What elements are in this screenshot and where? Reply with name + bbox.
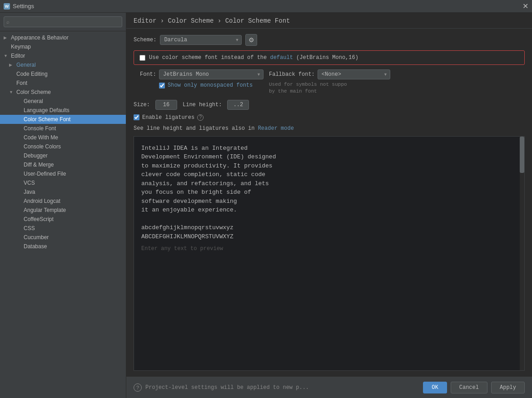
reader-mode-row: See line height and ligatures also in Re… — [134, 125, 525, 132]
size-input[interactable] — [155, 100, 177, 110]
font-select[interactable]: JetBrains Mono Consolas Courier New Mona… — [159, 69, 264, 79]
ligatures-row: Enable ligatures ? — [134, 114, 525, 121]
apply-button[interactable]: Apply — [491, 382, 525, 393]
help-button[interactable]: ? — [134, 383, 142, 392]
sidebar-item-database[interactable]: Database — [0, 242, 126, 251]
scheme-row: Scheme: Darcula Default High contrast ⚙ — [134, 34, 525, 46]
preview-text: IntelliJ IDEA is an Integrated Developme… — [141, 144, 517, 241]
show-mono-checkbox[interactable] — [159, 83, 165, 88]
breadcrumb: Editor › Color Scheme › Color Scheme Fon… — [134, 17, 290, 25]
status-text: Project-level settings will be applied t… — [145, 384, 309, 391]
cancel-button[interactable]: Cancel — [451, 382, 487, 393]
use-scheme-font-checkbox[interactable] — [139, 55, 145, 61]
sidebar-item-coffeescript[interactable]: CoffeeScript — [0, 215, 126, 224]
font-label: Font: — [134, 71, 156, 78]
sidebar-item-appearance[interactable]: ▶ Appearance & Behavior — [0, 33, 126, 42]
bottom-bar: ? Project-level settings will be applied… — [126, 376, 532, 398]
sidebar-item-code-editing[interactable]: Code Editing — [0, 69, 126, 79]
scheme-label: Scheme: — [134, 37, 156, 43]
show-mono-label: Show only monospaced fonts — [168, 82, 253, 88]
sidebar-item-java[interactable]: Java — [0, 187, 126, 197]
sidebar-item-editor[interactable]: ▼ Editor — [0, 51, 126, 60]
preview-hint: Enter any text to preview — [141, 245, 517, 253]
app-icon: W — [4, 3, 10, 10]
close-icon[interactable]: ✕ — [522, 3, 528, 10]
sidebar-item-css[interactable]: CSS — [0, 224, 126, 233]
size-row: Size: Line height: — [134, 100, 525, 110]
line-height-input[interactable] — [227, 100, 249, 110]
content-area: Editor › Color Scheme › Color Scheme Fon… — [126, 13, 532, 398]
preview-scrollbar-thumb — [520, 137, 524, 173]
sidebar-item-cs-general[interactable]: General — [0, 97, 126, 106]
sidebar-item-android-logcat[interactable]: Android Logcat — [0, 197, 126, 206]
window-title: Settings — [13, 3, 34, 10]
sidebar-item-console-font[interactable]: Console Font — [0, 124, 126, 133]
help-icon[interactable]: ? — [197, 114, 204, 121]
line-height-label: Line height: — [183, 102, 222, 108]
scheme-select[interactable]: Darcula Default High contrast — [160, 35, 242, 45]
preview-area[interactable]: IntelliJ IDEA is an Integrated Developme… — [134, 136, 525, 371]
gear-button[interactable]: ⚙ — [245, 34, 257, 46]
sidebar-item-lang-defaults[interactable]: Language Defaults — [0, 106, 126, 115]
sidebar-item-debugger[interactable]: Debugger — [0, 151, 126, 160]
title-bar: W Settings ✕ — [0, 0, 532, 13]
sidebar-item-color-scheme[interactable]: ▼ Color Scheme — [0, 88, 126, 97]
size-label: Size: — [134, 102, 150, 108]
sidebar-item-console-colors[interactable]: Console Colors — [0, 142, 126, 151]
fallback-label: Fallback font: — [269, 71, 315, 78]
sidebar-item-general[interactable]: ▶ General — [0, 60, 126, 69]
sidebar-item-cucumber[interactable]: Cucumber — [0, 233, 126, 242]
sidebar-item-user-defined[interactable]: User-Defined File — [0, 169, 126, 178]
show-mono-row: Show only monospaced fonts — [134, 82, 264, 88]
sidebar-item-font[interactable]: Font — [0, 79, 126, 88]
ok-button[interactable]: OK — [423, 382, 447, 393]
sidebar-item-vcs[interactable]: VCS — [0, 178, 126, 187]
sidebar-item-code-with-me[interactable]: Code With Me — [0, 133, 126, 142]
use-scheme-font-label: Use color scheme font instead of the def… — [149, 54, 358, 61]
font-row: Font: JetBrains Mono Consolas Courier Ne… — [134, 69, 525, 95]
content-header: Editor › Color Scheme › Color Scheme Fon… — [126, 13, 532, 29]
sidebar-item-cs-font[interactable]: Color Scheme Font — [0, 115, 126, 124]
sidebar-item-keymap[interactable]: Keymap — [0, 42, 126, 51]
enable-ligatures-checkbox[interactable] — [134, 114, 139, 120]
fallback-section: Fallback font: <None> Arial Helvetica Us… — [269, 69, 390, 95]
sidebar: ⌕ ▶ Appearance & Behavior Keymap ▼ Edito… — [0, 13, 126, 398]
search-icon: ⌕ — [6, 19, 10, 25]
preview-scrollbar[interactable] — [520, 137, 524, 370]
search-input[interactable] — [4, 16, 122, 27]
enable-ligatures-label: Enable ligatures — [142, 114, 194, 121]
reader-mode-link[interactable]: Reader mode — [258, 125, 294, 132]
fallback-note: Used for symbols not suppo by the main f… — [269, 81, 390, 95]
use-scheme-font-row: Use color scheme font instead of the def… — [134, 50, 525, 65]
sidebar-item-angular-template[interactable]: Angular Template — [0, 206, 126, 215]
sidebar-item-diff-merge[interactable]: Diff & Merge — [0, 160, 126, 169]
sidebar-tree: ▶ Appearance & Behavior Keymap ▼ Editor … — [0, 31, 126, 398]
fallback-select[interactable]: <None> Arial Helvetica — [318, 69, 390, 79]
content-scroll: Scheme: Darcula Default High contrast ⚙ … — [126, 29, 532, 376]
